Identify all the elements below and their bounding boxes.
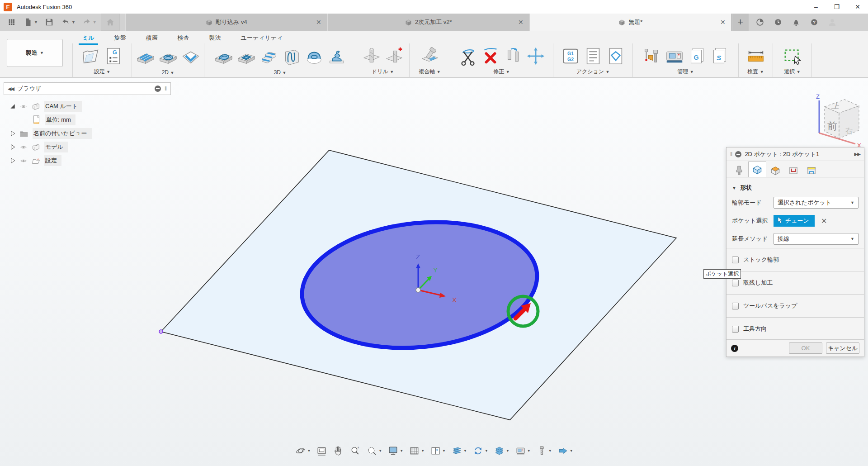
setup-sheet-icon[interactable]: [583, 46, 604, 67]
window-selection-icon[interactable]: [782, 46, 803, 67]
ribbon-group-label[interactable]: ドリル ▼: [372, 68, 394, 77]
ribbon-group-label[interactable]: アクション ▼: [576, 68, 610, 77]
ribbon-group-label[interactable]: 3D ▼: [274, 69, 287, 77]
visibility-eye-icon[interactable]: [19, 144, 28, 151]
file-menu-icon[interactable]: ▼: [21, 15, 40, 29]
minimize-panel-icon[interactable]: [155, 86, 161, 92]
stock-display-icon[interactable]: ▼: [492, 444, 511, 457]
dialog-tab-passes[interactable]: [784, 163, 802, 177]
trim-scissors-icon[interactable]: [458, 46, 478, 67]
machine-library-icon[interactable]: [664, 46, 685, 67]
gcode-docs-icon[interactable]: G: [687, 46, 708, 67]
adaptive-clearing-icon[interactable]: [213, 47, 234, 67]
close-tab-icon[interactable]: ✕: [518, 19, 524, 26]
face-milling-icon[interactable]: [135, 47, 156, 67]
dropdown-輪郭モード[interactable]: 選択されたポケット▼: [774, 197, 859, 209]
dialog-tab-tool[interactable]: [730, 163, 748, 177]
ribbon-tab-4[interactable]: 検査: [168, 33, 199, 44]
flow-toolpath-icon[interactable]: [281, 47, 302, 67]
close-tab-icon[interactable]: ✕: [720, 19, 726, 26]
ribbon-group-label[interactable]: 検査 ▼: [747, 68, 764, 77]
ribbon-tab-1[interactable]: ミル: [72, 33, 104, 44]
window-zoom-icon[interactable]: ▼: [365, 444, 383, 457]
expander-collapsed-icon[interactable]: [9, 157, 16, 164]
post-process-g1g2-icon[interactable]: G1G2: [560, 46, 581, 67]
checkbox-ツールパスをラップ[interactable]: [732, 303, 739, 309]
tree-row-3[interactable]: 名前の付いたビュー: [4, 127, 171, 140]
spiral-toolpath-icon[interactable]: [326, 47, 347, 67]
bore-icon[interactable]: [384, 46, 405, 67]
display-settings-icon[interactable]: ▼: [386, 444, 405, 457]
pocket-clearing-icon[interactable]: [236, 47, 257, 67]
drill-icon[interactable]: [361, 46, 382, 67]
tree-row-4[interactable]: モデル: [4, 140, 171, 154]
pan-icon[interactable]: [331, 444, 345, 457]
post-library-docs-icon[interactable]: S: [709, 46, 730, 67]
expander-expanded-icon[interactable]: [9, 103, 16, 110]
contour-2d-icon[interactable]: [180, 47, 201, 67]
notifications-bell-icon[interactable]: [789, 15, 803, 29]
visibility-eye-icon[interactable]: [19, 157, 28, 164]
ok-button[interactable]: OK: [789, 342, 822, 354]
dialog-minimize-icon[interactable]: [735, 151, 741, 157]
help-icon[interactable]: ?: [807, 15, 821, 29]
clear-selection-icon[interactable]: ✕: [821, 217, 827, 225]
delete-toolpath-red-x-icon[interactable]: [480, 46, 501, 67]
coolant-display-icon[interactable]: ▼: [556, 444, 575, 457]
close-tab-icon[interactable]: ✕: [316, 19, 321, 26]
toolpath-display-icon[interactable]: ▼: [450, 444, 468, 457]
viewports-icon[interactable]: ▼: [429, 444, 447, 457]
new-tab-button[interactable]: +: [732, 14, 749, 31]
undo-icon[interactable]: ▼: [58, 15, 78, 29]
ribbon-tab-2[interactable]: 旋盤: [104, 33, 136, 44]
measure-ruler-icon[interactable]: [745, 46, 766, 67]
expander-collapsed-icon[interactable]: [9, 130, 16, 137]
expander-collapsed-icon[interactable]: [9, 143, 16, 151]
job-status-clock-icon[interactable]: [771, 15, 785, 29]
zoom-icon[interactable]: ±: [348, 444, 362, 457]
checkbox-取残し加工[interactable]: [732, 280, 739, 286]
tree-row-2[interactable]: 単位: mm: [4, 113, 171, 127]
sketch-vertex-point[interactable]: [159, 330, 163, 333]
nc-program-doc-icon[interactable]: [605, 46, 626, 67]
ribbon-group-label[interactable]: 選択 ▼: [784, 68, 800, 77]
scallop-toolpath-icon[interactable]: [304, 47, 325, 67]
account-avatar-icon[interactable]: [826, 15, 839, 29]
ribbon-tab-5[interactable]: 製法: [199, 33, 231, 44]
app-launcher-grid-icon[interactable]: [5, 15, 19, 29]
look-at-icon[interactable]: [315, 444, 329, 457]
close-button[interactable]: ✕: [847, 0, 868, 14]
steep-and-shallow-icon[interactable]: [259, 47, 279, 67]
dialog-tab-heights[interactable]: [766, 163, 784, 177]
pocket-2d-icon[interactable]: [158, 47, 179, 67]
machine-display-icon[interactable]: ▼: [514, 444, 532, 457]
regenerate-icon[interactable]: ▼: [471, 444, 490, 457]
dropdown-延長メソッド[interactable]: 接線▼: [774, 233, 859, 245]
save-icon[interactable]: [42, 15, 57, 29]
setup-folder-icon[interactable]: [80, 46, 101, 67]
viewcube[interactable]: 上 前 右 Z X: [808, 91, 868, 153]
dialog-expand-icon[interactable]: ▶▶: [854, 152, 860, 157]
dialog-tab-linking[interactable]: [802, 163, 821, 177]
document-tab-1[interactable]: 彫り込み v4✕: [125, 14, 327, 31]
ribbon-group-label[interactable]: 設定 ▼: [94, 68, 110, 77]
visibility-eye-icon[interactable]: [19, 103, 28, 110]
browser-header[interactable]: ◀◀ ブラウザ ‖: [4, 82, 171, 95]
shape-section-header[interactable]: ▼ 形状: [726, 177, 864, 194]
info-icon[interactable]: i: [731, 345, 738, 352]
tree-row-1[interactable]: CAM ルート: [4, 100, 171, 113]
grid-and-snaps-icon[interactable]: ▼: [407, 444, 426, 457]
ribbon-group-label[interactable]: 複合軸 ▼: [419, 68, 440, 77]
document-tab-3[interactable]: 無題*✕: [529, 14, 731, 31]
extensions-icon[interactable]: [753, 15, 767, 29]
replace-tool-icon[interactable]: [503, 46, 524, 67]
ribbon-group-label[interactable]: 2D ▼: [162, 69, 175, 77]
maximize-button[interactable]: ❐: [826, 0, 847, 14]
ribbon-group-label[interactable]: 管理 ▼: [677, 68, 693, 77]
ribbon-tab-6[interactable]: ユーティリティ: [231, 33, 293, 44]
multi-axis-bolt-icon[interactable]: [420, 46, 440, 67]
dialog-header[interactable]: ‖ 2D ポケット : 2D ポケット1 ▶▶: [726, 147, 864, 161]
tool-display-icon[interactable]: ▼: [535, 444, 553, 457]
tree-row-5[interactable]: 設定: [4, 154, 171, 167]
ribbon-group-label[interactable]: 修正 ▼: [493, 68, 509, 77]
